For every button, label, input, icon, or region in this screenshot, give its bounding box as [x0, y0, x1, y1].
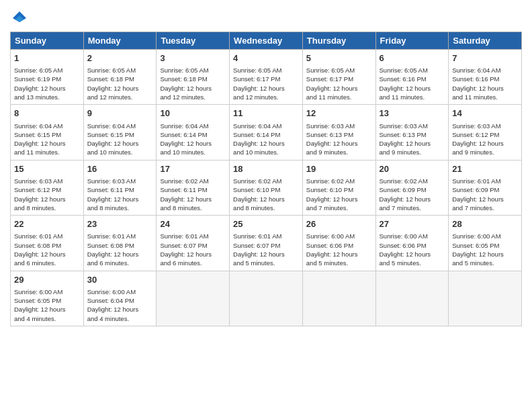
day-number: 15 [14, 163, 80, 175]
day-info-line: and 5 minutes. [233, 259, 299, 267]
day-number: 26 [306, 218, 372, 230]
day-info-line: and 9 minutes. [452, 148, 518, 156]
day-info-line: Sunrise: 6:04 AM [87, 122, 153, 130]
calendar-header-row: SundayMondayTuesdayWednesdayThursdayFrid… [11, 32, 522, 50]
day-info-line: Sunset: 6:09 PM [452, 185, 518, 194]
day-info-line: Daylight: 12 hours [14, 139, 80, 148]
day-number: 5 [306, 52, 372, 64]
day-info-line: Sunset: 6:11 PM [87, 185, 153, 194]
day-number: 25 [233, 218, 299, 230]
day-info-line: Sunset: 6:15 PM [87, 130, 153, 139]
day-info-line: Sunrise: 6:01 AM [452, 177, 518, 185]
day-info-line: Daylight: 12 hours [233, 84, 299, 93]
day-info-line: Daylight: 12 hours [14, 305, 80, 314]
day-info-line: Daylight: 12 hours [87, 195, 153, 203]
calendar-cell: 22Sunrise: 6:01 AMSunset: 6:08 PMDayligh… [11, 216, 84, 271]
day-info-line: Daylight: 12 hours [14, 250, 80, 259]
day-header-tuesday: Tuesday [157, 32, 230, 50]
calendar-cell: 14Sunrise: 6:03 AMSunset: 6:12 PMDayligh… [449, 105, 522, 160]
calendar-cell: 1Sunrise: 6:05 AMSunset: 6:19 PMDaylight… [11, 50, 84, 105]
day-info-line: and 9 minutes. [306, 148, 372, 156]
calendar-week-5: 29Sunrise: 6:00 AMSunset: 6:05 PMDayligh… [11, 271, 522, 326]
day-info-line: Sunrise: 6:04 AM [14, 122, 80, 130]
day-info-line: Sunrise: 6:05 AM [380, 66, 445, 75]
calendar-cell: 12Sunrise: 6:03 AMSunset: 6:13 PMDayligh… [302, 105, 375, 160]
day-info-line: Daylight: 12 hours [160, 84, 226, 93]
day-number: 3 [160, 52, 226, 64]
logo-icon [11, 10, 28, 26]
day-info-line: Sunrise: 6:03 AM [380, 122, 445, 130]
calendar-cell: 15Sunrise: 6:03 AMSunset: 6:12 PMDayligh… [11, 160, 84, 215]
day-number: 2 [87, 52, 153, 64]
day-info-line: Sunset: 6:18 PM [160, 75, 226, 83]
day-info-line: Sunset: 6:17 PM [233, 75, 299, 83]
calendar-cell: 26Sunrise: 6:00 AMSunset: 6:06 PMDayligh… [302, 216, 375, 271]
calendar-cell: 10Sunrise: 6:04 AMSunset: 6:14 PMDayligh… [157, 105, 230, 160]
day-info-line: and 13 minutes. [14, 93, 80, 101]
day-info-line: Sunset: 6:12 PM [14, 185, 80, 194]
day-info-line: Sunrise: 6:04 AM [233, 122, 299, 130]
day-info-line: Sunrise: 6:03 AM [14, 177, 80, 185]
day-number: 28 [452, 218, 518, 230]
day-info-line: and 6 minutes. [87, 259, 153, 267]
calendar-cell: 16Sunrise: 6:03 AMSunset: 6:11 PMDayligh… [83, 160, 157, 215]
day-info-line: Sunrise: 6:02 AM [380, 177, 445, 185]
day-info-line: Daylight: 12 hours [87, 84, 153, 93]
day-info-line: Sunrise: 6:01 AM [160, 232, 226, 240]
day-number: 24 [160, 218, 226, 230]
day-info-line: Daylight: 12 hours [87, 250, 153, 259]
day-info-line: and 11 minutes. [380, 93, 445, 101]
day-number: 8 [14, 107, 80, 120]
day-header-saturday: Saturday [449, 32, 522, 50]
day-info-line: and 5 minutes. [380, 259, 445, 267]
calendar-cell: 28Sunrise: 6:00 AMSunset: 6:05 PMDayligh… [449, 216, 522, 271]
day-header-thursday: Thursday [302, 32, 375, 50]
day-info-line: Daylight: 12 hours [14, 84, 80, 93]
day-info-line: Sunset: 6:16 PM [380, 75, 445, 83]
calendar-cell: 9Sunrise: 6:04 AMSunset: 6:15 PMDaylight… [83, 105, 157, 160]
day-header-monday: Monday [83, 32, 157, 50]
day-number: 13 [380, 107, 445, 120]
day-number: 29 [14, 274, 80, 286]
calendar-cell: 17Sunrise: 6:02 AMSunset: 6:11 PMDayligh… [157, 160, 230, 215]
day-info-line: Daylight: 12 hours [452, 84, 518, 93]
day-number: 4 [233, 52, 299, 64]
day-info-line: Sunrise: 6:05 AM [160, 66, 226, 75]
day-header-sunday: Sunday [11, 32, 84, 50]
day-info-line: Sunset: 6:10 PM [233, 185, 299, 194]
day-info-line: Daylight: 12 hours [306, 195, 372, 203]
day-info-line: Sunrise: 6:00 AM [87, 287, 153, 296]
day-number: 20 [380, 163, 445, 175]
calendar-cell: 18Sunrise: 6:02 AMSunset: 6:10 PMDayligh… [230, 160, 303, 215]
calendar-cell [302, 271, 375, 326]
day-info-line: and 8 minutes. [160, 203, 226, 212]
calendar-week-2: 8Sunrise: 6:04 AMSunset: 6:15 PMDaylight… [11, 105, 522, 160]
day-info-line: Sunset: 6:15 PM [14, 130, 80, 139]
day-info-line: Sunset: 6:09 PM [380, 185, 445, 194]
day-info-line: and 11 minutes. [306, 93, 372, 101]
calendar-cell: 21Sunrise: 6:01 AMSunset: 6:09 PMDayligh… [449, 160, 522, 215]
calendar-cell [230, 271, 303, 326]
day-info-line: Sunset: 6:14 PM [160, 130, 226, 139]
day-info-line: Sunrise: 6:02 AM [306, 177, 372, 185]
day-info-line: Sunset: 6:07 PM [160, 241, 226, 250]
calendar-cell: 23Sunrise: 6:01 AMSunset: 6:08 PMDayligh… [83, 216, 157, 271]
day-number: 27 [380, 218, 445, 230]
day-info-line: and 7 minutes. [452, 203, 518, 212]
day-info-line: Daylight: 12 hours [87, 139, 153, 148]
day-info-line: Sunrise: 6:03 AM [452, 122, 518, 130]
calendar-cell: 25Sunrise: 6:01 AMSunset: 6:07 PMDayligh… [230, 216, 303, 271]
day-info-line: and 7 minutes. [380, 203, 445, 212]
header [10, 10, 522, 26]
day-info-line: and 7 minutes. [306, 203, 372, 212]
calendar-cell: 4Sunrise: 6:05 AMSunset: 6:17 PMDaylight… [230, 50, 303, 105]
calendar-cell: 27Sunrise: 6:00 AMSunset: 6:06 PMDayligh… [375, 216, 449, 271]
calendar-week-4: 22Sunrise: 6:01 AMSunset: 6:08 PMDayligh… [11, 216, 522, 271]
day-info-line: Sunrise: 6:01 AM [87, 232, 153, 240]
calendar-cell: 2Sunrise: 6:05 AMSunset: 6:18 PMDaylight… [83, 50, 157, 105]
day-info-line: Sunset: 6:07 PM [233, 241, 299, 250]
calendar-cell: 30Sunrise: 6:00 AMSunset: 6:04 PMDayligh… [83, 271, 157, 326]
day-number: 12 [306, 107, 372, 120]
day-info-line: and 4 minutes. [14, 314, 80, 323]
day-info-line: Sunset: 6:17 PM [306, 75, 372, 83]
